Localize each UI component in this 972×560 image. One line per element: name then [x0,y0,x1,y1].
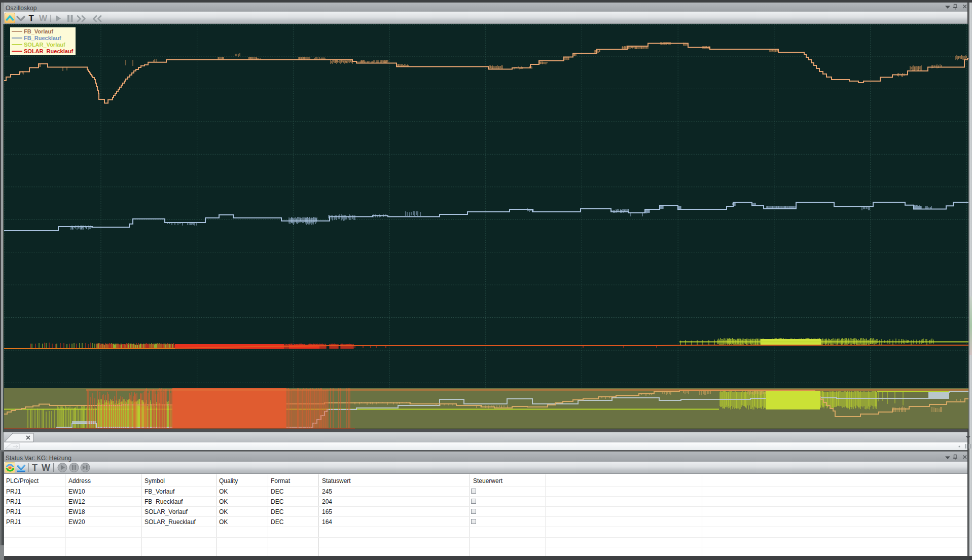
svg-text:W: W [39,14,48,23]
svg-text:W: W [42,463,50,473]
svg-text:T: T [32,463,38,473]
svg-text:T: T [29,14,34,23]
